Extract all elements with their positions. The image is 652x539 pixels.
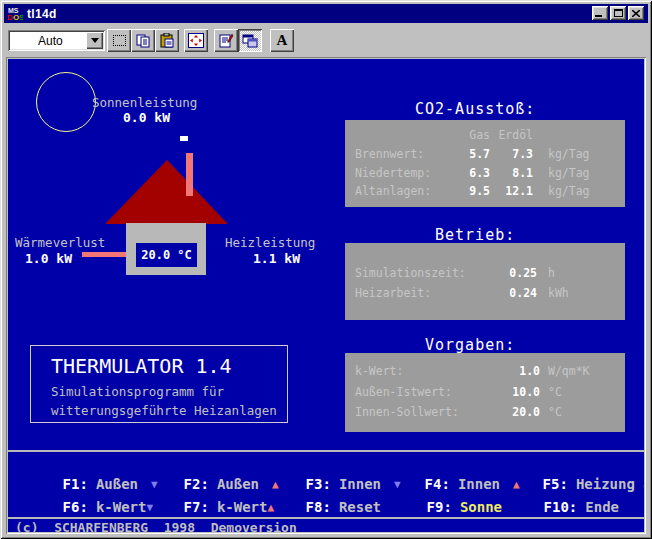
row-unit: W/qm*K (548, 364, 590, 378)
row-unit: h (548, 266, 555, 280)
row-unit: kWh (548, 286, 569, 300)
vorgaben-panel-title: Vorgaben: (425, 336, 515, 354)
heat-loss-value: 1.0 kW (25, 251, 72, 266)
titlebar[interactable]: MS D O S tl14d (4, 4, 648, 23)
row-value-gas: 5.7 (469, 147, 490, 161)
heating-value: 1.1 kW (253, 251, 300, 266)
mode-dropdown-value: Auto (38, 34, 63, 48)
maximize-icon (614, 9, 623, 17)
chimney (186, 153, 193, 196)
fullscreen-icon (188, 33, 204, 48)
background-button[interactable] (238, 29, 262, 52)
fkey-label: F9: (427, 499, 452, 515)
table-row: Heizarbeit: 0.24 kWh (345, 286, 625, 300)
fkey-label: F8: (306, 499, 331, 515)
copyright-text: (c) SCHARFENBERG 1998 Demoversion (15, 520, 297, 532)
fkey-f10-ende[interactable]: F10:Ende (493, 483, 619, 498)
fkey-label: F6: (63, 499, 88, 515)
smoke-icon (180, 136, 188, 141)
sun-label: Sonnenleistung (92, 95, 197, 110)
fkey-f8-reset[interactable]: F8:Reset (255, 483, 381, 498)
dropdown-arrow-button[interactable] (86, 32, 103, 49)
font-button[interactable]: A (270, 29, 294, 52)
app-window: MS D O S tl14d Auto (0, 0, 652, 539)
fkey-action: Reset (339, 499, 381, 515)
paste-button[interactable] (155, 29, 179, 52)
table-row: Altanlagen: 9.5 12.1 kg/Tag (345, 184, 625, 198)
col-header-gas: Gas (469, 128, 490, 142)
row-value: 20.0 (512, 405, 540, 419)
fullscreen-button[interactable] (184, 29, 208, 52)
row-value-oil: 8.1 (512, 166, 533, 180)
table-row: Brennwert: 5.7 7.3 kg/Tag (345, 147, 625, 161)
row-value: 1.0 (519, 364, 540, 378)
row-label: Brennwert: (355, 147, 424, 161)
room-temp-display: 20.0 °C (136, 243, 197, 267)
properties-button[interactable] (214, 29, 238, 52)
fkey-f7-kwert-up[interactable]: F7:k-Wert▲ (133, 483, 274, 498)
heating-label: Heizleistung (225, 235, 315, 250)
row-label: k-Wert: (355, 364, 403, 378)
fkey-bar-divider (8, 450, 644, 452)
close-icon (632, 10, 640, 17)
table-row: k-Wert: 1.0 W/qm*K (345, 364, 625, 378)
about-title: THERMULATOR 1.4 (51, 354, 232, 378)
ms-dos-icon: MS D O S (7, 6, 23, 21)
fkey-action: Ende (585, 499, 619, 515)
heat-loss-label: Wärmeverlust (15, 235, 105, 250)
house-body: 20.0 °C (126, 223, 206, 275)
betrieb-panel-title: Betrieb: (435, 226, 515, 244)
font-icon: A (277, 32, 288, 49)
mark-button[interactable] (107, 29, 131, 52)
statusbar-divider (8, 517, 644, 519)
toolbar: Auto (4, 23, 648, 57)
row-label: Außen-Istwert: (355, 385, 452, 399)
vorgaben-panel: k-Wert: 1.0 W/qm*K Außen-Istwert: 10.0 °… (345, 353, 625, 432)
minimize-icon (595, 15, 602, 17)
copy-icon (136, 34, 151, 48)
row-value-gas: 6.3 (469, 166, 490, 180)
row-label: Innen-Sollwert: (355, 405, 459, 419)
co2-panel-title: CO2-Ausstoß: (415, 100, 535, 118)
row-label: Niedertemp: (355, 166, 431, 180)
row-value-gas: 9.5 (469, 184, 490, 198)
co2-header-row: Gas Erdöl (345, 128, 625, 142)
maximize-button[interactable] (610, 6, 626, 20)
row-unit: kg/Tag (548, 147, 590, 161)
minimize-button[interactable] (592, 6, 608, 20)
row-unit: °C (548, 385, 562, 399)
svg-text:S: S (19, 13, 23, 21)
fkey-label: F10: (544, 499, 578, 515)
table-row: Simulationszeit: 0.25 h (345, 266, 625, 280)
about-line-1: Simulationsprogramm für (51, 384, 224, 399)
row-value: 0.24 (509, 286, 537, 300)
mark-icon (113, 35, 126, 46)
paste-icon (160, 33, 174, 48)
heat-loss-bar (82, 252, 126, 257)
row-value-oil: 12.1 (505, 184, 533, 198)
fkey-label: F7: (184, 499, 209, 515)
dos-screen: Sonnenleistung 0.0 kW 20.0 °C Wärmeverlu… (8, 59, 644, 532)
row-label: Simulationszeit: (355, 266, 466, 280)
table-row: Niedertemp: 6.3 8.1 kg/Tag (345, 166, 625, 180)
row-label: Heizarbeit: (355, 286, 431, 300)
sun-value: 0.0 kW (123, 110, 170, 125)
fkey-f6-kwert-down[interactable]: F6:k-Wert▼ (12, 483, 153, 498)
row-value: 10.0 (512, 385, 540, 399)
row-value-oil: 7.3 (512, 147, 533, 161)
heizung-on-state: an (643, 476, 644, 492)
window-title: tl14d (27, 7, 57, 21)
close-button[interactable] (628, 6, 644, 20)
background-icon (242, 34, 258, 48)
fkey-f9-sonne[interactable]: F9:Sonne (376, 483, 502, 498)
fkey-f5-heizung-toggle[interactable]: F5:Heizungan/aus (492, 460, 644, 475)
mode-dropdown[interactable]: Auto (8, 30, 105, 51)
col-header-oil: Erdöl (498, 128, 533, 142)
row-unit: °C (548, 405, 562, 419)
row-unit: kg/Tag (548, 184, 590, 198)
row-label: Altanlagen: (355, 184, 431, 198)
co2-panel: Gas Erdöl Brennwert: 5.7 7.3 kg/Tag Nied… (345, 120, 625, 207)
about-box: THERMULATOR 1.4 Simulationsprogramm für … (30, 345, 288, 423)
copy-button[interactable] (131, 29, 155, 52)
house-roof (105, 160, 228, 224)
